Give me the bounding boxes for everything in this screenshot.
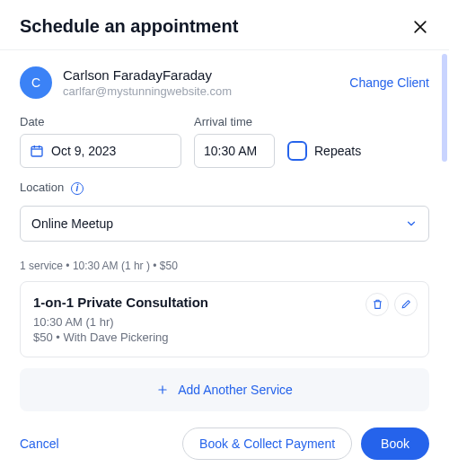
add-service-label: Add Another Service (178, 383, 293, 397)
change-client-link[interactable]: Change Client (349, 75, 429, 90)
calendar-icon (30, 144, 44, 158)
close-icon (411, 18, 429, 36)
arrival-time-value: 10:30 AM (204, 144, 257, 158)
close-button[interactable] (411, 18, 429, 36)
service-price-staff: $50 • With Dave Pickering (33, 331, 416, 344)
arrival-time-input[interactable]: 10:30 AM (194, 134, 275, 168)
client-email: carlfar@mystunningwebsite.com (63, 84, 339, 98)
book-button[interactable]: Book (361, 428, 429, 460)
book-collect-payment-button[interactable]: Book & Collect Payment (182, 428, 352, 460)
arrival-label: Arrival time (194, 115, 275, 128)
svg-rect-0 (31, 146, 42, 156)
services-summary: 1 service • 10:30 AM (1 hr ) • $50 (20, 260, 429, 272)
service-time: 10:30 AM (1 hr) (33, 315, 416, 329)
pencil-icon (401, 298, 412, 310)
location-value: Online Meetup (31, 216, 113, 231)
location-label: Location i (20, 181, 429, 195)
trash-icon (372, 298, 383, 310)
service-card: 1-on-1 Private Consultation 10:30 AM (1 … (20, 281, 429, 357)
date-label: Date (20, 115, 181, 128)
repeats-checkbox[interactable] (287, 141, 307, 161)
add-another-service-button[interactable]: Add Another Service (20, 368, 429, 411)
service-title: 1-on-1 Private Consultation (33, 295, 416, 310)
date-input[interactable]: Oct 9, 2023 (20, 134, 181, 168)
cancel-button[interactable]: Cancel (20, 436, 59, 451)
date-value: Oct 9, 2023 (51, 144, 116, 158)
edit-service-button[interactable] (394, 293, 418, 316)
plus-icon (156, 383, 169, 396)
chevron-down-icon (405, 217, 418, 230)
client-name: Carlson FaradayFaraday (63, 67, 339, 83)
page-title: Schedule an appointment (20, 16, 238, 37)
client-row: C Carlson FaradayFaraday carlfar@mystunn… (20, 66, 429, 99)
scrollbar[interactable] (442, 54, 447, 162)
info-icon[interactable]: i (71, 182, 84, 195)
repeats-label: Repeats (314, 144, 361, 158)
location-select[interactable]: Online Meetup (20, 206, 429, 242)
delete-service-button[interactable] (365, 293, 389, 316)
avatar: C (20, 66, 52, 99)
